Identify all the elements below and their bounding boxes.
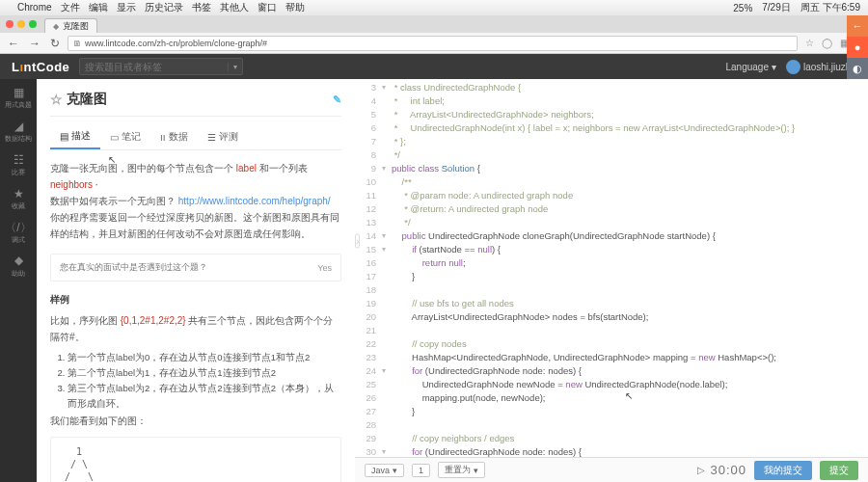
- code-line[interactable]: 30▾ for (UndirectedGraphNode node: nodes…: [355, 445, 868, 457]
- code-line[interactable]: 16 return null;: [355, 256, 868, 270]
- fold-icon[interactable]: [382, 121, 392, 135]
- traffic-max-icon[interactable]: [29, 20, 37, 28]
- code-line[interactable]: 15▾ if (startNode == null) {: [355, 243, 868, 256]
- sidebar-item[interactable]: ◢数据结构: [5, 120, 32, 143]
- edit-icon[interactable]: ✎: [333, 94, 341, 106]
- fold-icon[interactable]: [382, 216, 392, 229]
- sidebar-item[interactable]: ▦用式真题: [5, 87, 32, 109]
- search-input[interactable]: [80, 62, 228, 72]
- fold-icon[interactable]: [382, 108, 392, 121]
- code-line[interactable]: 17 }: [355, 270, 868, 283]
- url-field[interactable]: 🗎 www.lintcode.com/zh-cn/problem/clone-g…: [68, 36, 798, 51]
- code-line[interactable]: 27 }: [355, 405, 868, 418]
- mac-menu-item[interactable]: 历史记录: [145, 2, 183, 13]
- problem-tab[interactable]: ☰评测: [198, 124, 248, 149]
- logo[interactable]: LıntCode: [12, 60, 69, 74]
- fold-icon[interactable]: [382, 189, 392, 202]
- mac-menu-item[interactable]: 编辑: [89, 2, 108, 13]
- code-line[interactable]: 14▾ public UndirectedGraphNode cloneGrap…: [355, 229, 868, 243]
- code-area[interactable]: 3▾ * class UndirectedGraphNode {4 * int …: [355, 79, 868, 457]
- mac-menu-item[interactable]: 其他人: [220, 2, 249, 13]
- search-dropdown-icon[interactable]: ▾: [228, 63, 242, 71]
- fold-icon[interactable]: ▾: [382, 445, 392, 457]
- fold-icon[interactable]: ▾: [382, 229, 392, 243]
- code-line[interactable]: 18: [355, 283, 868, 297]
- fold-icon[interactable]: [382, 432, 392, 445]
- mac-menu-item[interactable]: 帮助: [285, 2, 305, 13]
- ext1-icon[interactable]: ◯: [822, 38, 832, 48]
- fold-icon[interactable]: [382, 351, 392, 364]
- fold-icon[interactable]: [382, 378, 392, 391]
- mac-menu-item[interactable]: 书签: [192, 2, 211, 13]
- fold-icon[interactable]: [382, 324, 392, 337]
- fold-icon[interactable]: ▾: [382, 364, 392, 378]
- code-line[interactable]: 26 mapping.put(node, newNode);: [355, 391, 868, 405]
- fold-icon[interactable]: [382, 256, 392, 270]
- code-line[interactable]: 8 */: [355, 148, 868, 162]
- fold-icon[interactable]: [382, 405, 392, 418]
- code-line[interactable]: 7 * };: [355, 135, 868, 148]
- traffic-min-icon[interactable]: [17, 20, 25, 28]
- fold-icon[interactable]: [382, 202, 392, 216]
- code-line[interactable]: 3▾ * class UndirectedGraphNode {: [355, 81, 868, 94]
- sidebar-item[interactable]: 〈/〉调式: [5, 222, 31, 244]
- fold-icon[interactable]: [382, 283, 392, 297]
- nav-reload-icon[interactable]: ↻: [48, 37, 62, 50]
- problem-tab[interactable]: ▤描述: [50, 124, 100, 149]
- fold-icon[interactable]: [382, 148, 392, 162]
- code-line[interactable]: 4 * int label;: [355, 94, 868, 108]
- tool-misc-icon[interactable]: ◐: [847, 58, 868, 79]
- fold-icon[interactable]: ▾: [382, 243, 392, 256]
- code-line[interactable]: 5 * ArrayList<UndirectedGraphNode> neigh…: [355, 108, 868, 121]
- fold-icon[interactable]: [382, 94, 392, 108]
- fold-icon[interactable]: ▾: [382, 81, 392, 94]
- mode-select[interactable]: 重置为 ▾: [438, 462, 485, 478]
- search-box[interactable]: ▾: [79, 58, 243, 75]
- code-line[interactable]: 19 // use bfs to get all nodes: [355, 297, 868, 310]
- fold-icon[interactable]: [382, 297, 392, 310]
- tool-back-icon[interactable]: ←: [847, 15, 868, 37]
- code-line[interactable]: 11 * @param node: A undirected graph nod…: [355, 189, 868, 202]
- sidebar-item[interactable]: ◆助助: [12, 254, 25, 277]
- code-line[interactable]: 29 // copy neighbors / edges: [355, 432, 868, 445]
- fold-icon[interactable]: [382, 135, 392, 148]
- problem-tab[interactable]: ıı数据: [150, 124, 198, 149]
- language-menu[interactable]: Language ▾: [725, 62, 776, 72]
- code-line[interactable]: 21: [355, 324, 868, 337]
- num-select[interactable]: 1: [412, 464, 430, 477]
- fold-icon[interactable]: [382, 337, 392, 351]
- fold-icon[interactable]: [382, 391, 392, 405]
- tool-record-icon[interactable]: ●: [847, 37, 868, 58]
- code-line[interactable]: 6 * UndirectedGraphNode(int x) { label =…: [355, 121, 868, 135]
- fold-icon[interactable]: ▾: [382, 162, 392, 175]
- code-line[interactable]: 12 * @return: A undirected graph node: [355, 202, 868, 216]
- traffic-close-icon[interactable]: [6, 20, 14, 28]
- code-line[interactable]: 22 // copy nodes: [355, 337, 868, 351]
- mac-menu-item[interactable]: Chrome: [17, 2, 52, 13]
- submit-button[interactable]: 提交: [820, 461, 858, 480]
- lang-select[interactable]: Java ▾: [365, 464, 404, 477]
- play-icon[interactable]: ▷: [697, 465, 705, 475]
- sidebar-item[interactable]: ★收藏: [12, 188, 25, 210]
- code-line[interactable]: 13 */: [355, 216, 868, 229]
- code-line[interactable]: 24▾ for (UndirectedGraphNode node: nodes…: [355, 364, 868, 378]
- star-icon[interactable]: ☆: [805, 38, 814, 48]
- code-line[interactable]: 25 UndirectedGraphNode newNode = new Und…: [355, 378, 868, 391]
- fold-icon[interactable]: [382, 270, 392, 283]
- nav-back-icon[interactable]: ←: [6, 37, 21, 50]
- answer-yes[interactable]: Yes: [317, 263, 332, 273]
- browser-tab[interactable]: ◆ 克隆图: [44, 18, 97, 33]
- code-line[interactable]: 10 /**: [355, 175, 868, 189]
- code-line[interactable]: 28: [355, 418, 868, 432]
- my-submissions-button[interactable]: 我的提交: [754, 461, 812, 480]
- fold-icon[interactable]: [382, 310, 392, 324]
- help-link[interactable]: http://www.lintcode.com/help/graph/: [178, 196, 331, 206]
- fold-icon[interactable]: [382, 418, 392, 432]
- problem-tab[interactable]: ▭笔记: [100, 124, 150, 149]
- code-line[interactable]: 23 HashMap<UndirectedGraphNode, Undirect…: [355, 351, 868, 364]
- fold-icon[interactable]: [382, 175, 392, 189]
- mac-menu-item[interactable]: 文件: [61, 2, 80, 13]
- nav-fwd-icon[interactable]: →: [27, 37, 42, 50]
- sidebar-item[interactable]: ☷比赛: [12, 154, 25, 176]
- code-line[interactable]: 9▾public class Solution {: [355, 162, 868, 175]
